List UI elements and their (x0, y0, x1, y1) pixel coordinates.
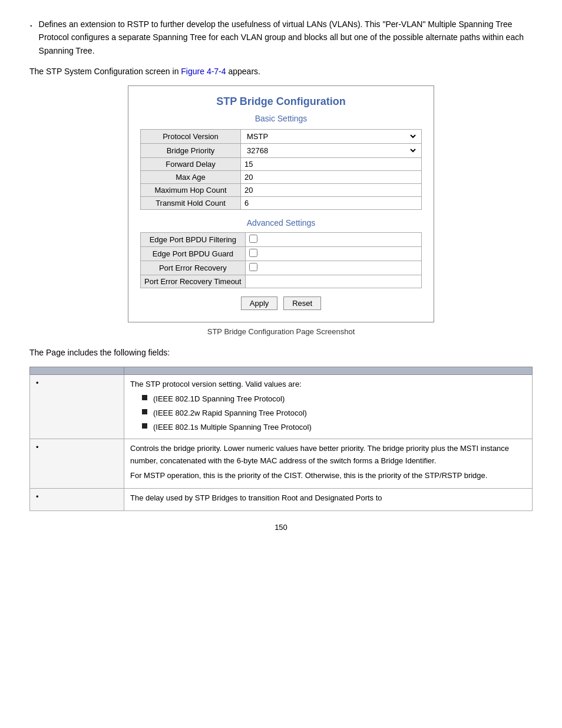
table-row: Port Error Recovery (141, 261, 422, 275)
max-hop-count-label: Maximum Hop Count (141, 184, 241, 197)
apply-button[interactable]: Apply (241, 297, 278, 310)
sub-item-rstp: (IEEE 802.2w Rapid Spanning Tree Protoco… (142, 407, 526, 420)
sub-item-stp: (IEEE 802.1D Spanning Tree Protocol) (142, 393, 526, 406)
edge-port-bpdu-guard-value[interactable] (245, 247, 421, 261)
forward-delay-input[interactable] (244, 160, 418, 169)
protocol-version-label: Protocol Version (141, 130, 241, 144)
fields-table: • The STP protocol version setting. Vali… (29, 367, 533, 510)
table-row: Max Age (141, 171, 422, 184)
field-bullet: • (36, 378, 39, 387)
port-error-recovery-timeout-label: Port Error Recovery Timeout (141, 275, 246, 288)
protocol-version-select[interactable]: STP RSTP MSTP (244, 131, 418, 141)
bridge-priority-select[interactable]: 04096819212288 16384204802457628672 3276… (244, 146, 418, 156)
transmit-hold-count-value[interactable] (241, 197, 422, 210)
field-name-forward-delay: • (30, 488, 124, 510)
bridge-priority-desc2: For MSTP operation, this is the priority… (130, 470, 526, 482)
rstp-sub-label: (IEEE 802.2w Rapid Spanning Tree Protoco… (153, 407, 307, 420)
table-row: Edge Port BPDU Filtering (141, 233, 422, 247)
edge-port-bpdu-guard-label: Edge Port BPDU Guard (141, 247, 246, 261)
field-name-bridge-priority: • (30, 439, 124, 488)
edge-port-bpdu-filtering-label: Edge Port BPDU Filtering (141, 233, 246, 247)
bridge-priority-label: Bridge Priority (141, 144, 241, 158)
edge-port-bpdu-filtering-value[interactable] (245, 233, 421, 247)
forward-delay-label: Forward Delay (141, 158, 241, 171)
max-age-value[interactable] (241, 171, 422, 184)
max-age-label: Max Age (141, 171, 241, 184)
table-row: • The STP protocol version setting. Vali… (30, 375, 533, 439)
transmit-hold-count-label: Transmit Hold Count (141, 197, 241, 210)
field-bullet: • (36, 492, 39, 501)
intro-bullet-text: Defines an extension to RSTP to further … (39, 18, 533, 57)
advanced-settings-label: Advanced Settings (140, 218, 422, 228)
mstp-sub-label: (IEEE 802.1s Multiple Spanning Tree Prot… (153, 421, 312, 434)
transmit-hold-count-input[interactable] (244, 199, 418, 207)
field-desc-forward-delay: The delay used by STP Bridges to transit… (124, 488, 533, 510)
bridge-priority-desc1: Controls the bridge priority. Lower nume… (130, 443, 526, 467)
edge-port-bpdu-guard-checkbox[interactable] (249, 249, 257, 257)
table-row: Edge Port BPDU Guard (141, 247, 422, 261)
port-error-recovery-timeout-input[interactable] (249, 277, 418, 286)
forward-delay-desc: The delay used by STP Bridges to transit… (130, 492, 526, 505)
basic-settings-label: Basic Settings (140, 114, 422, 123)
figure-ref[interactable]: Figure 4-7-4 (181, 67, 226, 76)
page-number: 150 (29, 523, 533, 532)
reset-button[interactable]: Reset (283, 297, 321, 310)
protocol-version-value[interactable]: STP RSTP MSTP (241, 130, 422, 144)
stp-config-box: STP Bridge Configuration Basic Settings … (128, 85, 434, 322)
table-row: • Controls the bridge priority. Lower nu… (30, 439, 533, 488)
square-bullet-icon (142, 395, 147, 400)
port-error-recovery-checkbox[interactable] (249, 263, 257, 271)
figure-caption: STP Bridge Configuration Page Screenshot (29, 327, 533, 336)
advanced-settings-table: Edge Port BPDU Filtering Edge Port BPDU … (140, 232, 422, 288)
appears-text: The STP System Configuration screen in F… (29, 67, 533, 76)
stp-config-title: STP Bridge Configuration (140, 95, 422, 108)
sub-item-mstp: (IEEE 802.1s Multiple Spanning Tree Prot… (142, 421, 526, 434)
field-desc-protocol-version: The STP protocol version setting. Valid … (124, 375, 533, 439)
table-row: Port Error Recovery Timeout (141, 275, 422, 288)
col-header-field (30, 367, 124, 375)
protocol-version-desc-intro: The STP protocol version setting. Valid … (130, 378, 526, 391)
table-row: • The delay used by STP Bridges to trans… (30, 488, 533, 510)
max-hop-count-value[interactable] (241, 184, 422, 197)
table-row: Maximum Hop Count (141, 184, 422, 197)
port-error-recovery-timeout-value[interactable] (245, 275, 421, 288)
field-desc-bridge-priority: Controls the bridge priority. Lower nume… (124, 439, 533, 488)
bridge-priority-value[interactable]: 04096819212288 16384204802457628672 3276… (241, 144, 422, 158)
intro-section: · Defines an extension to RSTP to furthe… (29, 18, 533, 57)
col-header-desc (124, 367, 533, 375)
buttons-row: Apply Reset (140, 297, 422, 310)
stp-sub-label: (IEEE 802.1D Spanning Tree Protocol) (153, 393, 285, 406)
field-name-protocol-version: • (30, 375, 124, 439)
forward-delay-value[interactable] (241, 158, 422, 171)
table-row: Forward Delay (141, 158, 422, 171)
max-age-input[interactable] (244, 173, 418, 182)
table-row: Bridge Priority 04096819212288 163842048… (141, 144, 422, 158)
intro-bullet: · Defines an extension to RSTP to furthe… (29, 18, 533, 57)
edge-port-bpdu-filtering-checkbox[interactable] (249, 235, 257, 243)
table-row: Transmit Hold Count (141, 197, 422, 210)
page-includes-text: The Page includes the following fields: (29, 348, 533, 357)
table-header-row (30, 367, 533, 375)
basic-settings-table: Protocol Version STP RSTP MSTP Bridge Pr… (140, 129, 422, 210)
field-bullet: • (36, 443, 39, 452)
port-error-recovery-label: Port Error Recovery (141, 261, 246, 275)
square-bullet-icon (142, 423, 147, 429)
square-bullet-icon (142, 409, 147, 414)
port-error-recovery-value[interactable] (245, 261, 421, 275)
table-row: Protocol Version STP RSTP MSTP (141, 130, 422, 144)
max-hop-count-input[interactable] (244, 186, 418, 195)
bullet-dot: · (29, 18, 33, 57)
